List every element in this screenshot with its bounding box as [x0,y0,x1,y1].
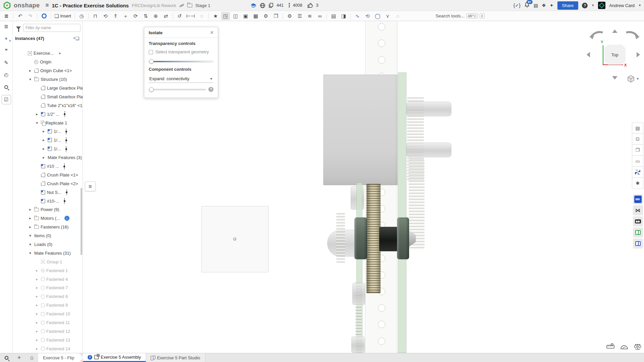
measure-angle-button[interactable] [620,344,628,351]
chevron-right-icon[interactable]: ▸ [35,112,39,116]
panel-scrollbar[interactable] [81,188,82,255]
redo-button[interactable]: ↷ [26,12,35,20]
view-up-arrow[interactable] [612,30,617,33]
comments-panel-button[interactable]: ❝ [2,47,11,55]
onshape-logo-icon[interactable] [3,2,11,9]
tab-exercise5-assembly[interactable]: iExercise 5 Assembly [83,353,146,362]
parallel-mate-button[interactable]: ⇄ [161,12,170,20]
insert-button[interactable]: ❏Insert [53,12,72,20]
tree-item-power-9[interactable]: ▸Power (9) [13,205,81,214]
tree-item-1[interactable]: ▸1/... [13,136,81,145]
named-positions-button[interactable]: ★ [211,12,220,20]
featurescript-check-icon[interactable]: {✓} [513,3,521,8]
view-right-arrow[interactable] [637,52,640,57]
ai-assistant-icon[interactable]: ✦ [550,3,554,8]
chevron-right-icon[interactable]: ▸ [35,338,39,342]
spacer-cylinder[interactable] [379,227,398,251]
selection-region[interactable] [201,206,268,272]
tree-flyout-handle[interactable]: ≣ [85,182,96,191]
tree-item-mate-features-31[interactable]: ▾Mate Features (31) [13,249,81,257]
help-button[interactable]: ? [582,3,588,8]
notifications-button[interactable]: 9+ [524,2,530,9]
help-caret-icon[interactable]: ▼ [591,4,594,7]
chevron-down-icon[interactable]: ▾ [35,121,39,125]
main-menu-icon[interactable]: ≡ [46,2,49,9]
info-icon[interactable]: i [88,355,92,360]
search-tabs-button[interactable] [0,353,13,362]
tree-item-fastened-12[interactable]: ▸Fastened 12 [13,327,81,336]
app-butterfly-button[interactable]: ⋈ [633,205,643,215]
apps-icon[interactable]: ❖ [542,3,546,8]
chevron-down-icon[interactable]: ▾ [28,234,33,238]
add-folder-icon[interactable]: +❏ [75,36,79,41]
select-transparent-checkbox[interactable] [149,50,153,54]
tree-item-crush-plate-1[interactable]: Crush Plate <1> [13,170,81,179]
explode-view-button[interactable]: ◌ [197,12,206,20]
linked-documents-panel-button[interactable]: ❐ [632,145,643,156]
gearbox-plate-right[interactable] [398,72,406,353]
app-robot-button[interactable] [633,216,643,226]
app-mk-button[interactable]: MK [633,194,643,204]
api-explorer-panel-button[interactable]: ✱ [632,178,643,189]
tree-item-fastened-1[interactable]: ▸Fastened 1 [13,266,81,275]
search-model-panel-button[interactable] [2,83,11,91]
filter-input[interactable] [23,24,81,32]
tree-item-origin[interactable]: Origin [13,58,81,66]
snap-mode-button[interactable]: ↺ [175,12,184,20]
reference-manager-panel-button[interactable]: ▭ [632,156,643,167]
chevron-right-icon[interactable]: ▸ [41,155,46,160]
belt-relation-button[interactable]: ∞ [315,12,324,20]
tree-item-crush-plate-2[interactable]: Crush Plate <2> [13,179,81,188]
document-panel-button[interactable]: ▤ [632,122,643,134]
expand-slider[interactable] [149,87,206,92]
chevron-down-icon[interactable]: ▾ [28,242,33,247]
chevron-right-icon[interactable]: ▸ [35,320,39,325]
chevron-right-icon[interactable]: ▸ [35,312,39,316]
education-icon[interactable] [250,3,257,8]
view-cube-caret-icon[interactable]: ▼ [636,77,639,81]
insert-item-button[interactable]: ◨ [339,12,348,20]
fastened-mate-button[interactable]: ⊓ [91,12,100,20]
versions-panel-button[interactable]: ◴ [2,71,11,79]
tree-item-1[interactable]: ▸1/... [13,145,81,153]
configurations-panel-button[interactable]: ⊡ [632,134,643,145]
app-blue-book-button[interactable] [633,239,643,249]
tree-item-1[interactable]: ▸1/... [13,127,81,136]
link-icon[interactable] [179,3,184,8]
dotted-loop-tool-button[interactable]: ◌ [393,12,402,20]
tree-item-fastened-7[interactable]: ▸Fastened 7 [13,283,81,292]
ellipse-tool-button[interactable]: ◯ [373,12,382,20]
bom-panel-button[interactable]: ☑ [2,95,11,104]
tab-exercise5-flip[interactable]: Exercise 5 - Flip [38,353,83,362]
tree-item-fastened-4[interactable]: ▸Fastened 4 [13,275,81,283]
chevron-down-icon[interactable]: ▾ [28,77,33,82]
chevron-right-icon[interactable]: ▸ [35,277,39,281]
tree-item-fastened-14[interactable]: ▸Fastened 14 [13,344,81,353]
history-button[interactable]: ◷ [77,12,86,20]
chevron-right-icon[interactable]: ▸ [35,347,39,351]
chevron-right-icon[interactable]: ▸ [28,225,33,229]
tree-item-large-gearbox-pla[interactable]: Large Gearbox Pla... [13,84,81,93]
rotate-right-arrow-icon[interactable] [625,31,640,42]
gear-relation-group-button[interactable]: ⚙ [261,12,270,20]
measure-length-button[interactable] [606,343,614,351]
chevron-right-icon[interactable]: ▸ [35,294,39,299]
planar-mate-button[interactable]: ＋ [121,12,130,20]
download-badge-icon[interactable]: ↓ [64,216,69,221]
chevron-right-icon[interactable]: ▸ [41,129,46,134]
loop-tool-button[interactable]: ⟲ [363,12,372,20]
gear-relation-button[interactable]: ⚙ [285,12,294,20]
motor-body[interactable] [323,74,398,185]
view-down-arrow[interactable] [612,76,617,80]
fork-tool-button[interactable]: ⋎ [383,12,392,20]
onshape-logo-text[interactable]: onshape [14,2,40,9]
tree-item-exercise[interactable]: Exercise...⌖ [13,49,81,58]
chevron-right-icon[interactable]: ▸ [35,329,39,333]
ghost-hex-bolt-bottom[interactable] [351,337,365,353]
tree-item-mate-features-3[interactable]: ▸Mate Features (3) [13,153,81,162]
rack-relation-button[interactable]: ☰ [295,12,304,20]
tree-item-tube-2-x1-x16-1[interactable]: Tube 2"x1"x16" <1> [13,101,81,110]
sync-update-button[interactable] [40,12,48,20]
tree-item-1-2[interactable]: ▸1/2" ... [13,110,81,118]
share-button[interactable]: Share [557,1,579,10]
